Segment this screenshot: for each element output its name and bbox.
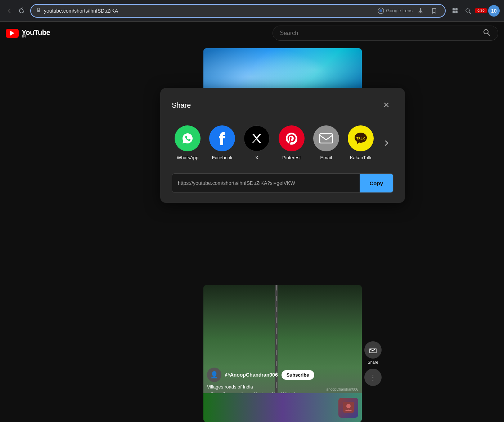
email-icon (319, 133, 333, 143)
share-action: Share (364, 341, 382, 364)
refresh-button[interactable] (17, 6, 27, 16)
right-action-bar: Share ⋮ (364, 341, 382, 386)
video-title: Villages roads of India (207, 384, 344, 390)
email-icon-circle (313, 125, 339, 151)
main-content: 👤 @AnoopChandran006 Subscribe Villages r… (0, 45, 504, 422)
kakaotalk-icon: TALK (353, 130, 369, 146)
youtube-header: YouTube IN (0, 22, 504, 45)
youtube-logo-icon (6, 29, 19, 38)
username: @AnoopChandran006 (225, 372, 278, 378)
thumbnail-content (343, 402, 354, 413)
more-share-button[interactable] (379, 130, 393, 156)
share-item-kakaotalk[interactable]: TALK KakaoTalk (345, 123, 377, 163)
address-bar[interactable]: youtube.com/shorts/lhnfSDuZiKA Google Le… (30, 4, 446, 18)
kakaotalk-icon-circle: TALK (348, 125, 374, 151)
youtube-country: IN (22, 34, 50, 38)
url-text: youtube.com/shorts/lhnfSDuZiKA (44, 8, 374, 14)
google-lens-button[interactable]: Google Lens (377, 7, 413, 14)
left-sidebar (0, 45, 90, 422)
search-input[interactable] (280, 30, 483, 36)
svg-rect-4 (455, 8, 458, 10)
share-item-pinterest[interactable]: Pinterest (276, 123, 307, 163)
svg-rect-6 (455, 11, 458, 13)
facebook-icon (218, 132, 226, 145)
lock-icon (36, 8, 41, 14)
share-url-text: https://youtube.com/shorts/lhnfSDuZiKA?s… (172, 180, 360, 186)
browser-toolbar-right: 0.30 10 (449, 5, 500, 17)
youtube-logo[interactable]: YouTube IN (6, 28, 50, 38)
svg-point-8 (484, 30, 488, 34)
download-button[interactable] (415, 5, 426, 17)
more-button[interactable]: ⋮ (364, 369, 382, 386)
yt-time-badge: 0.30 (475, 8, 487, 13)
svg-text:TALK: TALK (356, 137, 365, 140)
kakaotalk-label: KakaoTalk (350, 155, 372, 160)
share-button[interactable] (364, 341, 382, 359)
bookmark-button[interactable] (428, 5, 440, 17)
whatsapp-icon-circle (175, 125, 201, 151)
svg-rect-0 (37, 10, 40, 12)
next-video-thumbnail (338, 398, 358, 418)
search-icon[interactable] (483, 28, 491, 38)
x-label: X (255, 155, 258, 160)
x-icon (251, 132, 263, 145)
pinterest-icon-circle (279, 125, 305, 151)
share-modal-title: Share (172, 101, 191, 110)
more-action: ⋮ (364, 369, 382, 386)
share-modal: Share ✕ WhatsApp (160, 88, 405, 203)
whatsapp-icon (180, 131, 195, 146)
channel-corner-text: anoopChandran006 (327, 387, 358, 391)
pinterest-icon (285, 132, 298, 145)
svg-rect-5 (453, 11, 455, 13)
video-user-info: 👤 @AnoopChandran006 Subscribe Villages r… (207, 368, 344, 397)
email-label: Email (320, 155, 332, 160)
share-modal-header: Share ✕ (172, 98, 393, 112)
share-options: WhatsApp Facebook (172, 123, 393, 163)
browser-chrome: youtube.com/shorts/lhnfSDuZiKA Google Le… (0, 0, 504, 22)
facebook-icon-circle (209, 125, 235, 151)
bottom-thumbnail-bar (203, 393, 362, 422)
copy-button[interactable]: Copy (360, 174, 393, 192)
x-icon-circle (244, 125, 270, 151)
aerial-video-container: 👤 @AnoopChandran006 Subscribe Villages r… (203, 285, 362, 422)
profile-avatar[interactable]: 10 (488, 5, 500, 17)
share-item-x[interactable]: X (241, 123, 273, 163)
bottom-video-area: 👤 @AnoopChandran006 Subscribe Villages r… (90, 285, 475, 422)
share-item-facebook[interactable]: Facebook (206, 123, 238, 163)
right-spacer (475, 45, 504, 422)
pinterest-label: Pinterest (282, 155, 301, 160)
share-label: Share (368, 360, 378, 364)
svg-rect-3 (453, 8, 455, 10)
video-column: 👤 @AnoopChandran006 Subscribe Villages r… (90, 45, 475, 422)
svg-point-2 (379, 9, 382, 12)
subscribe-button[interactable]: Subscribe (282, 370, 314, 380)
svg-rect-11 (320, 134, 333, 143)
share-item-email[interactable]: Email (310, 123, 342, 163)
svg-point-10 (346, 404, 351, 408)
share-item-whatsapp[interactable]: WhatsApp (172, 123, 203, 163)
address-bar-actions: Google Lens (377, 5, 440, 17)
more-icon: ⋮ (369, 373, 377, 382)
user-row: 👤 @AnoopChandran006 Subscribe (207, 368, 344, 382)
user-avatar: 👤 (207, 368, 221, 382)
nav-buttons (4, 6, 27, 16)
extensions-button[interactable] (449, 5, 461, 17)
facebook-label: Facebook (212, 155, 233, 160)
url-copy-bar: https://youtube.com/shorts/lhnfSDuZiKA?s… (172, 173, 393, 193)
close-modal-button[interactable]: ✕ (379, 98, 393, 112)
zoom-button[interactable] (462, 5, 474, 17)
whatsapp-label: WhatsApp (177, 155, 198, 160)
search-bar[interactable] (273, 26, 498, 41)
back-button[interactable] (4, 6, 14, 16)
